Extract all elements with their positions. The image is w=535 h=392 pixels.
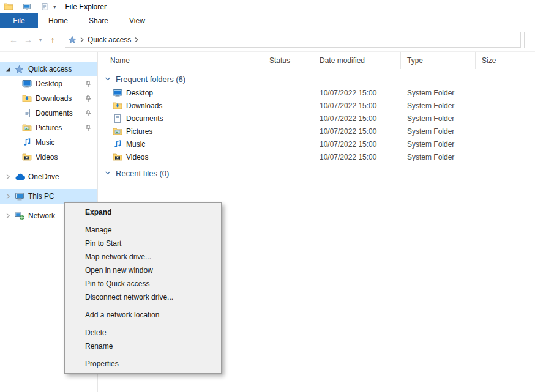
music-icon <box>113 139 122 149</box>
group-chevron-down-icon[interactable] <box>104 75 111 83</box>
menu-item-pin-to-start[interactable]: Pin to Start <box>65 237 221 250</box>
menu-item-add-network-location[interactable]: Add a network location <box>65 308 221 322</box>
file-row-pictures[interactable]: Pictures 10/07/2022 15:00 System Folder <box>98 125 535 138</box>
onedrive-cloud-icon <box>15 172 26 181</box>
file-row-desktop[interactable]: Desktop 10/07/2022 15:00 System Folder <box>98 86 535 99</box>
column-header-type[interactable]: Type <box>401 52 476 69</box>
chevron-collapsed-icon[interactable] <box>5 213 15 219</box>
videos-icon <box>22 152 33 162</box>
group-header-label: Recent files (0) <box>116 169 169 178</box>
sidebar-item-pictures[interactable]: Pictures <box>0 120 97 135</box>
date-modified-cell: 10/07/2022 15:00 <box>313 114 401 123</box>
sidebar-item-music[interactable]: Music <box>0 135 97 150</box>
sidebar-item-desktop[interactable]: Desktop <box>0 76 97 91</box>
pin-icon <box>85 95 94 102</box>
titlebar-separator <box>36 3 36 11</box>
videos-icon <box>113 152 122 162</box>
menu-separator <box>85 324 216 324</box>
this-pc-icon <box>15 191 26 201</box>
type-cell: System Folder <box>401 153 476 161</box>
sidebar-item-label: Downloads <box>36 94 85 103</box>
column-header-name[interactable]: Name <box>98 52 263 69</box>
file-row-documents[interactable]: Documents 10/07/2022 15:00 System Folder <box>98 112 535 125</box>
tab-view[interactable]: View <box>119 13 155 28</box>
type-cell: System Folder <box>401 102 476 110</box>
sidebar-item-onedrive[interactable]: OneDrive <box>0 169 97 184</box>
column-header-date-modified[interactable]: Date modified <box>313 52 401 69</box>
pin-icon <box>85 81 94 87</box>
type-cell: System Folder <box>401 114 476 123</box>
column-header-row: Name Status Date modified Type Size <box>98 52 535 69</box>
sidebar-item-label: Videos <box>36 153 97 161</box>
tab-file[interactable]: File <box>0 13 38 28</box>
address-bar[interactable]: Quick access <box>65 32 521 48</box>
file-row-music[interactable]: Music 10/07/2022 15:00 System Folder <box>98 138 535 150</box>
type-cell: System Folder <box>401 127 476 136</box>
back-button[interactable]: ← <box>6 35 21 44</box>
menu-item-disconnect-network-drive[interactable]: Disconnect network drive... <box>65 290 221 304</box>
sidebar-item-label: Music <box>36 138 97 147</box>
file-name: Videos <box>126 153 148 161</box>
app-folder-icon <box>4 2 13 12</box>
quick-access-star-icon <box>15 65 26 74</box>
desktop-icon <box>113 88 122 98</box>
type-cell: System Folder <box>401 89 476 97</box>
menu-item-open-in-new-window[interactable]: Open in new window <box>65 264 221 277</box>
qat-icon-2[interactable] <box>40 2 49 11</box>
sidebar-item-videos[interactable]: Videos <box>0 150 97 165</box>
menu-item-pin-to-quick-access[interactable]: Pin to Quick access <box>65 277 221 290</box>
column-header-size[interactable]: Size <box>476 52 525 69</box>
menu-item-manage[interactable]: Manage <box>65 223 221 237</box>
pictures-icon <box>22 123 33 133</box>
chevron-expanded-icon[interactable] <box>5 66 15 72</box>
up-button[interactable]: ↑ <box>45 35 60 44</box>
date-modified-cell: 10/07/2022 15:00 <box>313 153 401 161</box>
sidebar-item-documents[interactable]: Documents <box>0 106 97 120</box>
group-chevron-down-icon[interactable] <box>104 169 111 177</box>
date-modified-cell: 10/07/2022 15:00 <box>313 89 401 97</box>
tab-share[interactable]: Share <box>78 13 119 28</box>
sidebar-item-label: This PC <box>28 192 97 201</box>
sidebar-item-label: Pictures <box>36 124 85 132</box>
group-header-frequent-folders[interactable]: Frequent folders (6) <box>98 72 535 86</box>
breadcrumb-chevron-icon[interactable] <box>80 37 84 43</box>
menu-separator <box>85 306 216 306</box>
menu-item-rename[interactable]: Rename <box>65 339 221 353</box>
downloads-icon <box>22 94 33 103</box>
sidebar-item-label: Desktop <box>36 80 85 88</box>
chevron-collapsed-icon[interactable] <box>5 193 15 199</box>
breadcrumb-quick-access[interactable]: Quick access <box>88 35 131 44</box>
sidebar-item-this-pc[interactable]: This PC <box>0 189 97 204</box>
menu-item-delete[interactable]: Delete <box>65 326 221 339</box>
documents-icon <box>22 108 33 118</box>
sidebar-item-label: Quick access <box>28 65 97 73</box>
tab-home[interactable]: Home <box>38 13 78 28</box>
sidebar-item-label: OneDrive <box>28 172 97 181</box>
qat-customize-caret-icon[interactable]: ▾ <box>53 4 56 10</box>
type-cell: System Folder <box>401 140 476 149</box>
group-header-recent-files[interactable]: Recent files (0) <box>98 166 535 180</box>
menu-separator <box>85 355 216 355</box>
menu-item-properties[interactable]: Properties <box>65 357 221 371</box>
column-header-status[interactable]: Status <box>263 52 313 69</box>
sidebar-item-label: Documents <box>36 109 85 117</box>
chevron-collapsed-icon[interactable] <box>5 174 15 180</box>
breadcrumb-chevron-icon[interactable] <box>134 37 139 43</box>
pin-icon <box>85 110 94 117</box>
file-name: Documents <box>126 114 163 123</box>
ribbon-tab-bar: File Home Share View <box>0 13 535 28</box>
menu-item-expand[interactable]: Expand <box>65 205 221 219</box>
window-title: File Explorer <box>65 2 107 11</box>
forward-button[interactable]: → <box>21 35 36 44</box>
recent-locations-caret-icon[interactable]: ▾ <box>36 37 45 43</box>
sidebar-item-quick-access[interactable]: Quick access <box>0 62 97 76</box>
sidebar-item-downloads[interactable]: Downloads <box>0 91 97 106</box>
file-row-videos[interactable]: Videos 10/07/2022 15:00 System Folder <box>98 150 535 163</box>
file-row-downloads[interactable]: Downloads 10/07/2022 15:00 System Folder <box>98 99 535 112</box>
navigation-bar: ← → ▾ ↑ Quick access <box>0 28 535 52</box>
titlebar: ▾ File Explorer <box>0 0 535 13</box>
menu-item-map-network-drive[interactable]: Map network drive... <box>65 250 221 264</box>
search-box-cutoff[interactable] <box>524 32 535 48</box>
qat-icon-1[interactable] <box>23 2 31 11</box>
desktop-icon <box>22 79 33 89</box>
